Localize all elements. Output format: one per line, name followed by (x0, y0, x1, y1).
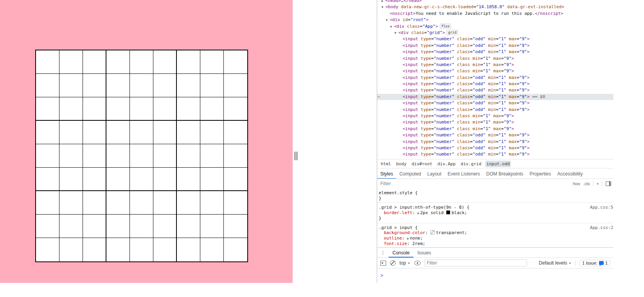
sudoku-cell[interactable] (130, 168, 153, 191)
sudoku-cell[interactable] (36, 97, 59, 121)
sudoku-cell[interactable] (224, 121, 247, 144)
sudoku-cell[interactable] (83, 168, 106, 191)
tree-line-input[interactable]: <input type="number" class="odd" min="1"… (377, 107, 613, 113)
sudoku-cell[interactable] (106, 238, 130, 261)
tree-line-input[interactable]: <input type="number" class min="1" max="… (377, 55, 613, 62)
sudoku-cell[interactable] (83, 191, 106, 215)
tree-line-grid[interactable]: ▼<div class="grid">grid (377, 30, 613, 36)
sudoku-cell[interactable] (59, 97, 83, 121)
sudoku-cell[interactable] (130, 215, 153, 238)
sudoku-cell[interactable] (224, 144, 247, 168)
tab-dom-breakpoints[interactable]: DOM Breakpoints (483, 168, 527, 179)
sudoku-cell[interactable] (59, 191, 83, 215)
clear-console-icon[interactable] (390, 260, 396, 266)
tree-line-app[interactable]: ▼<div class="App">flex (377, 23, 613, 30)
sudoku-cell[interactable] (177, 74, 200, 97)
sudoku-cell[interactable] (153, 168, 177, 191)
sudoku-cell[interactable] (36, 50, 59, 74)
tree-line-input[interactable]: <input type="number" class="odd" min="1"… (377, 139, 613, 145)
sudoku-cell[interactable] (177, 50, 200, 74)
sudoku-cell[interactable] (59, 215, 83, 238)
sudoku-cell[interactable] (130, 121, 153, 144)
sudoku-cell[interactable] (177, 215, 200, 238)
tree-line-body[interactable]: ▼<body data-new-gr-c-s-check-loaded="14.… (377, 4, 613, 10)
sudoku-cell[interactable] (200, 144, 224, 168)
sudoku-cell[interactable] (177, 97, 200, 121)
rule-selector[interactable]: element.style (379, 190, 412, 195)
sudoku-cell[interactable] (153, 191, 177, 215)
sudoku-cell[interactable] (224, 215, 247, 238)
toggle-classes-button[interactable]: .cls (583, 181, 590, 186)
sudoku-cell[interactable] (36, 144, 59, 168)
rule-selector[interactable]: .grid > input (379, 225, 412, 230)
tree-line-input[interactable]: <input type="number" class="odd" min="1"… (377, 87, 613, 93)
tree-line-noscript[interactable]: <noscript>You need to enable JavaScript … (377, 11, 613, 17)
sudoku-cell[interactable] (224, 168, 247, 191)
shorthand-expand-icon[interactable]: ▶ (407, 237, 409, 240)
tree-line-input[interactable]: <input type="number" class min="1" max="… (377, 62, 613, 68)
styles-filter-input[interactable] (380, 181, 572, 187)
style-rule[interactable]: element.style {} (377, 188, 613, 203)
sudoku-cell[interactable] (59, 121, 83, 144)
stylesheet-link[interactable]: App.css:54 (590, 205, 613, 210)
sudoku-cell[interactable] (36, 191, 59, 215)
sudoku-cell[interactable] (224, 238, 247, 261)
crumb-html[interactable]: html (380, 161, 392, 167)
sudoku-cell[interactable] (106, 191, 130, 215)
log-levels-selector[interactable]: Default levels ▼ (539, 260, 571, 266)
toggle-hover-state-button[interactable]: :hov (572, 181, 580, 186)
tab-event-listeners[interactable]: Event Listeners (444, 168, 483, 179)
sudoku-cell[interactable] (36, 121, 59, 144)
tree-line-input[interactable]: <input type="number" class="odd" min="1"… (377, 36, 613, 42)
sudoku-cell[interactable] (106, 97, 130, 121)
tab-styles[interactable]: Styles (377, 168, 396, 179)
sudoku-cell[interactable] (153, 50, 177, 74)
sudoku-cell[interactable] (130, 74, 153, 97)
split-handle[interactable] (295, 152, 297, 160)
tree-line-input[interactable]: <input type="number" class="odd" min="1"… (377, 151, 613, 157)
sudoku-cell[interactable] (83, 50, 106, 74)
sudoku-cell[interactable] (200, 74, 224, 97)
sudoku-cell[interactable] (106, 144, 130, 168)
expand-arrow-icon[interactable]: ▼ (394, 30, 398, 36)
tree-line-head[interactable]: ▶<head>…</head> (377, 0, 613, 4)
sudoku-cell[interactable] (200, 168, 224, 191)
sudoku-cell[interactable] (106, 215, 130, 238)
sudoku-cell[interactable] (200, 238, 224, 261)
expand-arrow-icon[interactable]: ▼ (390, 24, 394, 30)
sudoku-cell[interactable] (83, 74, 106, 97)
sudoku-cell[interactable] (36, 215, 59, 238)
tree-line-input[interactable]: ⋯<input type="number" class="odd" min="1… (377, 94, 613, 100)
sudoku-cell[interactable] (224, 50, 247, 74)
sudoku-cell[interactable] (153, 144, 177, 168)
sudoku-cell[interactable] (177, 144, 200, 168)
sudoku-cell[interactable] (106, 121, 130, 144)
tab-computed[interactable]: Computed (396, 168, 424, 179)
sudoku-cell[interactable] (130, 97, 153, 121)
sudoku-cell[interactable] (106, 168, 130, 191)
sudoku-cell[interactable] (83, 121, 106, 144)
issues-counter[interactable]: 1 Issue: 1 (579, 260, 610, 266)
tab-accessibility[interactable]: Accessibility (554, 168, 586, 179)
tab-console[interactable]: Console (389, 248, 414, 258)
sudoku-cell[interactable] (177, 168, 200, 191)
css-property[interactable]: outline: ▶none; (379, 236, 613, 242)
sudoku-cell[interactable] (130, 144, 153, 168)
console-messages[interactable]: > (377, 268, 613, 279)
sudoku-cell[interactable] (130, 191, 153, 215)
style-rule[interactable]: App.css:54.grid > input:nth-of-type(9n -… (377, 203, 613, 223)
tree-line-input[interactable]: <input type="number" class="odd" min="1"… (377, 43, 613, 49)
node-menu-icon[interactable]: ⋯ (378, 94, 380, 100)
sudoku-cell[interactable] (153, 238, 177, 261)
sudoku-cell[interactable] (153, 121, 177, 144)
css-property[interactable]: font-size: 2rem; (379, 241, 613, 247)
tree-line-input[interactable]: <input type="number" class="odd" min="1"… (377, 145, 613, 151)
console-context-selector[interactable]: top ▼ (399, 260, 410, 266)
sudoku-cell[interactable] (59, 238, 83, 261)
sudoku-cell[interactable] (36, 74, 59, 97)
sudoku-cell[interactable] (177, 238, 200, 261)
stylesheet-link[interactable]: App.css:26 (590, 225, 613, 230)
color-swatch[interactable] (446, 210, 450, 215)
flex-badge[interactable]: flex (440, 23, 452, 29)
tree-line-input[interactable]: <input type="number" class="odd" min="1"… (377, 132, 613, 138)
